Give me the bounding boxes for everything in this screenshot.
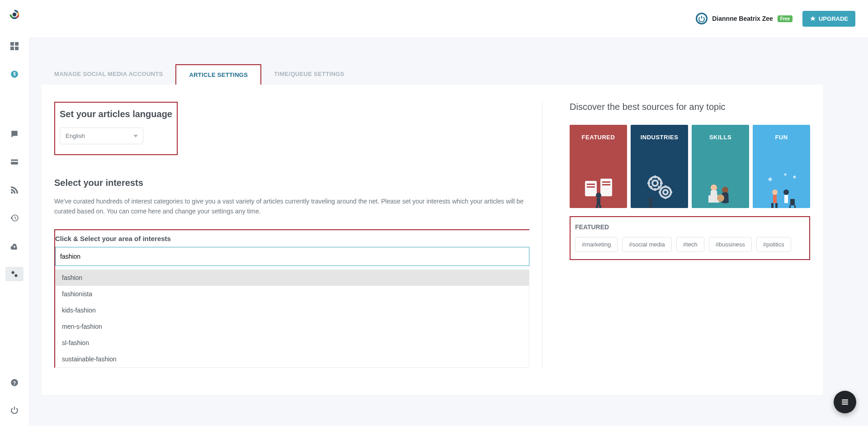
svg-point-34	[717, 194, 724, 202]
language-section: Set your articles language English	[54, 102, 178, 155]
svg-rect-46	[842, 403, 848, 404]
svg-rect-38	[775, 203, 778, 208]
svg-rect-18	[600, 179, 612, 196]
svg-rect-41	[790, 199, 795, 205]
svg-point-39	[783, 189, 789, 195]
card-featured[interactable]: FEATURED	[570, 125, 627, 208]
interests-description: We've curated hundreds of interest categ…	[54, 196, 529, 217]
tab-time-queue[interactable]: TIME/QUEUE SETTINGS	[261, 64, 357, 85]
settings-icon[interactable]	[5, 267, 24, 281]
card-industries[interactable]: INDUSTRIES	[631, 125, 688, 208]
svg-point-0	[13, 13, 17, 17]
svg-rect-1	[10, 42, 14, 46]
main-content: MANAGE SOCIAL MEDIA ACCOUNTS ARTICLE SET…	[29, 37, 868, 395]
svg-point-27	[660, 187, 671, 198]
svg-text:$: $	[13, 71, 16, 76]
download-icon[interactable]	[5, 239, 24, 253]
svg-rect-3	[10, 47, 14, 50]
dropdown-item[interactable]: kids-fashion	[56, 302, 529, 318]
card-title: FEATURED	[582, 134, 615, 141]
svg-rect-8	[11, 161, 18, 162]
svg-point-11	[12, 271, 14, 274]
svg-rect-20	[602, 184, 610, 185]
topic-cards: FEATURED INDUSTRIES SKILLS	[570, 125, 810, 208]
dropdown-item[interactable]: men-s-fashion	[56, 318, 529, 335]
user-name: Diannne Beatrix Zee	[712, 15, 773, 22]
help-icon[interactable]: ?	[5, 375, 24, 390]
hashtag-politics[interactable]: #politics	[756, 237, 791, 252]
power-icon[interactable]	[5, 402, 24, 417]
hashtag-tech[interactable]: #tech	[676, 237, 704, 252]
monetize-icon[interactable]: $	[5, 67, 24, 81]
svg-rect-2	[15, 42, 19, 46]
svg-point-33	[722, 187, 728, 193]
topbar: Diannne Beatrix Zee Free UPGRADE	[29, 0, 868, 37]
card-graphic-icon	[753, 163, 810, 208]
payment-icon[interactable]	[5, 155, 24, 169]
svg-rect-17	[587, 186, 595, 188]
svg-rect-30	[649, 202, 652, 208]
svg-point-26	[652, 180, 658, 186]
svg-rect-42	[789, 205, 791, 208]
svg-rect-22	[597, 198, 600, 205]
dropdown-item[interactable]: sl-fashion	[56, 335, 529, 351]
svg-rect-24	[599, 205, 601, 208]
svg-rect-43	[794, 205, 796, 208]
app-logo	[8, 8, 21, 21]
menu-fab-button[interactable]	[834, 391, 856, 413]
interests-title: Select your interests	[54, 178, 529, 188]
dropdown-item[interactable]: fashionista	[56, 286, 529, 302]
language-title: Set your articles language	[60, 109, 172, 119]
interests-label: Click & Select your area of interests	[55, 230, 529, 247]
hashtag-business[interactable]: #bussiness	[709, 237, 752, 252]
user-area[interactable]: Diannne Beatrix Zee Free UPGRADE	[696, 11, 855, 27]
tabs: MANAGE SOCIAL MEDIA ACCOUNTS ARTICLE SET…	[42, 64, 823, 85]
svg-rect-37	[771, 203, 774, 208]
svg-point-9	[11, 191, 13, 194]
svg-point-31	[711, 185, 717, 191]
interests-box: Click & Select your area of interests fa…	[54, 229, 529, 368]
svg-rect-44	[842, 399, 848, 400]
svg-point-21	[596, 193, 601, 198]
history-icon[interactable]	[5, 211, 24, 225]
interest-dropdown: fashion fashionista kids-fashion men-s-f…	[55, 270, 529, 368]
svg-rect-36	[773, 195, 777, 203]
plan-badge: Free	[778, 15, 793, 22]
sidebar: $ ?	[0, 0, 29, 426]
card-skills[interactable]: SKILLS	[692, 125, 749, 208]
svg-text:?: ?	[13, 380, 16, 386]
svg-rect-15	[585, 181, 597, 196]
dropdown-item[interactable]: fashion	[56, 270, 529, 286]
user-avatar-icon	[696, 13, 708, 24]
svg-rect-40	[784, 195, 788, 203]
dashboard-icon[interactable]	[5, 39, 24, 53]
card-graphic-icon	[692, 163, 749, 208]
svg-point-12	[15, 275, 18, 277]
card-graphic-icon	[570, 163, 627, 208]
featured-hashtags-section: FEATURED #marketing #social media #tech …	[570, 216, 810, 260]
svg-point-28	[663, 190, 668, 194]
upgrade-label: UPGRADE	[819, 15, 848, 22]
tab-article-settings[interactable]: ARTICLE SETTINGS	[175, 64, 261, 85]
upgrade-button[interactable]: UPGRADE	[802, 11, 855, 27]
svg-point-29	[648, 198, 653, 202]
dropdown-item[interactable]: sustainable-fashion	[56, 351, 529, 367]
compose-icon[interactable]	[5, 127, 24, 141]
hashtag-social-media[interactable]: #social media	[622, 237, 672, 252]
hashtag-marketing[interactable]: #marketing	[575, 237, 618, 252]
svg-rect-16	[587, 184, 595, 185]
star-icon	[810, 15, 816, 22]
card-title: INDUSTRIES	[641, 134, 679, 141]
language-select[interactable]: English	[60, 128, 143, 144]
rss-icon[interactable]	[5, 183, 24, 197]
featured-label: FEATURED	[575, 223, 805, 231]
tab-manage-accounts[interactable]: MANAGE SOCIAL MEDIA ACCOUNTS	[42, 64, 175, 85]
hamburger-icon	[841, 398, 849, 406]
interest-input[interactable]	[55, 247, 529, 266]
card-fun[interactable]: FUN	[753, 125, 810, 208]
card-title: SKILLS	[709, 134, 731, 141]
card-title: FUN	[775, 134, 788, 141]
svg-rect-19	[602, 181, 610, 183]
svg-rect-4	[15, 47, 19, 50]
svg-rect-45	[842, 402, 848, 402]
